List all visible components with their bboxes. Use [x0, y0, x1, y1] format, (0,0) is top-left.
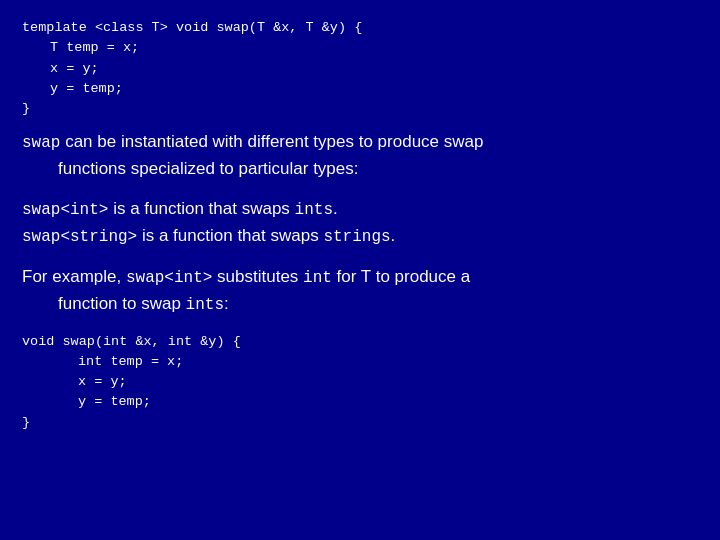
swap-int-text: is a function that swaps: [108, 199, 294, 218]
swap-int-example-code: swap<int>: [126, 269, 212, 287]
code-line-4: y = temp;: [50, 79, 698, 99]
function-to-swap-text: function to swap: [58, 294, 186, 313]
slide: template <class T> void swap(T &x, T &y)…: [0, 0, 720, 540]
code2-line-2: int temp = x;: [78, 352, 698, 372]
for-t-text: for T to produce a: [332, 267, 470, 286]
code-line-2: T temp = x;: [50, 38, 698, 58]
code-block-2: void swap(int &x, int &y) { int temp = x…: [22, 332, 698, 433]
code2-line-3: x = y;: [78, 372, 698, 392]
code-line-1: template <class T> void swap(T &x, T &y)…: [22, 18, 698, 38]
swap-int-line: swap<int> is a function that swaps ints.: [22, 196, 698, 223]
substitutes-text: substitutes: [212, 267, 303, 286]
prose-block-1: swap can be instantiated with different …: [22, 129, 698, 182]
code-block-1: template <class T> void swap(T &x, T &y)…: [22, 18, 698, 119]
prose-block-2: swap<int> is a function that swaps ints.…: [22, 196, 698, 250]
code2-line-1: void swap(int &x, int &y) {: [22, 332, 698, 352]
for-example-line2: function to swap ints:: [58, 291, 698, 318]
for-example-line1: For example, swap<int> substitutes int f…: [22, 264, 698, 291]
ints-code-1: ints: [295, 201, 333, 219]
ints-code-2: ints: [186, 296, 224, 314]
prose-block-3: For example, swap<int> substitutes int f…: [22, 264, 698, 318]
swap-string-text: is a function that swaps: [137, 226, 323, 245]
int-code: int: [303, 269, 332, 287]
strings-code: strings: [323, 228, 390, 246]
swap-string-end: .: [391, 226, 396, 245]
swap-code-inline: swap: [22, 134, 60, 152]
swap-string-line: swap<string> is a function that swaps st…: [22, 223, 698, 250]
prose-text-1: can be instantiated with different types…: [60, 132, 483, 151]
swap-string-code: swap<string>: [22, 228, 137, 246]
prose-text-2: functions specialized to particular type…: [58, 159, 359, 178]
code-line-5: }: [22, 99, 698, 119]
code2-line-5: }: [22, 413, 698, 433]
code-line-3: x = y;: [50, 59, 698, 79]
code2-line-4: y = temp;: [78, 392, 698, 412]
colon-text: :: [224, 294, 229, 313]
for-example-prefix: For example,: [22, 267, 126, 286]
swap-int-code: swap<int>: [22, 201, 108, 219]
swap-int-end: .: [333, 199, 338, 218]
